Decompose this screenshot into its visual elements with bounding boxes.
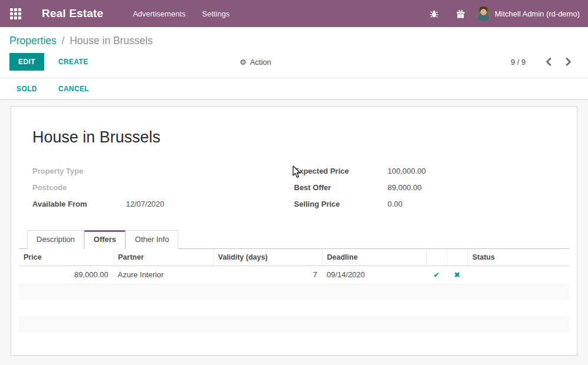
available-from-value: 12/07/2020 bbox=[126, 200, 164, 210]
menu-settings[interactable]: Settings bbox=[194, 0, 238, 27]
best-offer-value: 89,000.00 bbox=[388, 183, 422, 193]
control-buttons-row: EDIT CREATE ⚙ Action 9 / 9 bbox=[0, 53, 588, 78]
control-panel: Properties / House in Brussels EDIT CREA… bbox=[0, 27, 588, 78]
offer-status bbox=[467, 266, 569, 284]
field-property-type: Property Type bbox=[32, 167, 294, 177]
gift-icon[interactable] bbox=[447, 0, 474, 27]
user-menu[interactable]: Mitchell Admin (rd-demo) bbox=[474, 0, 588, 27]
field-group-left: Property Type Postcode Available From 12… bbox=[32, 167, 294, 216]
offer-partner: Azure Interior bbox=[113, 266, 213, 284]
apps-menu-icon[interactable] bbox=[0, 0, 31, 27]
user-avatar bbox=[476, 6, 491, 21]
form-sheet: House in Brussels Property Type Postcode… bbox=[11, 106, 577, 356]
empty-row bbox=[19, 283, 569, 300]
create-button[interactable]: CREATE bbox=[52, 54, 94, 70]
edit-button[interactable]: EDIT bbox=[9, 53, 44, 71]
grid-icon bbox=[10, 8, 21, 19]
offer-row[interactable]: 89,000.00 Azure Interior 7 09/14/2020 ✔ … bbox=[19, 266, 569, 284]
notebook: Description Offers Other Info Price Part… bbox=[19, 230, 569, 349]
chevron-left-icon bbox=[546, 58, 552, 66]
deadline-column-header[interactable]: Deadline bbox=[322, 249, 426, 266]
offers-table: Price Partner Validity (days) Deadline S… bbox=[19, 249, 569, 349]
accept-column-header bbox=[426, 249, 447, 266]
offers-header-row: Price Partner Validity (days) Deadline S… bbox=[19, 249, 569, 266]
validity-column-header[interactable]: Validity (days) bbox=[213, 249, 322, 266]
partner-column-header[interactable]: Partner bbox=[113, 249, 213, 266]
field-available-from: Available From 12/07/2020 bbox=[32, 200, 294, 210]
pager-next-button[interactable] bbox=[559, 55, 579, 68]
field-postcode: Postcode bbox=[32, 183, 294, 193]
user-name: Mitchell Admin (rd-demo) bbox=[495, 9, 580, 18]
menu-advertisements[interactable]: Advertisements bbox=[125, 0, 194, 27]
breadcrumb-separator: / bbox=[59, 35, 67, 47]
breadcrumb-current: House in Brussels bbox=[69, 35, 152, 47]
tab-description[interactable]: Description bbox=[27, 230, 84, 249]
action-menu-button[interactable]: ⚙ Action bbox=[240, 58, 271, 67]
breadcrumb-properties-link[interactable]: Properties bbox=[9, 35, 57, 47]
property-type-label: Property Type bbox=[32, 167, 126, 177]
tab-bar: Description Offers Other Info bbox=[19, 230, 569, 249]
gear-icon: ⚙ bbox=[240, 58, 247, 67]
selling-price-value: 0.00 bbox=[388, 200, 403, 210]
price-column-header[interactable]: Price bbox=[19, 249, 113, 266]
cancel-button[interactable]: CANCEL bbox=[51, 81, 96, 97]
chevron-right-icon bbox=[566, 58, 572, 66]
debug-bug-icon[interactable] bbox=[421, 0, 447, 27]
sold-button[interactable]: SOLD bbox=[9, 81, 44, 97]
field-groups: Property Type Postcode Available From 12… bbox=[32, 167, 556, 216]
accept-offer-check-icon[interactable]: ✔ bbox=[433, 271, 439, 279]
empty-row bbox=[19, 333, 569, 349]
postcode-label: Postcode bbox=[32, 183, 126, 193]
tab-offers[interactable]: Offers bbox=[84, 230, 125, 249]
field-best-offer: Best Offer 89,000.00 bbox=[294, 183, 556, 193]
content-area: House in Brussels Property Type Postcode… bbox=[0, 99, 588, 356]
refuse-offer-x-icon[interactable]: ✖ bbox=[454, 271, 460, 279]
main-menu: Advertisements Settings bbox=[125, 0, 238, 27]
navbar-right: Mitchell Admin (rd-demo) bbox=[421, 0, 588, 27]
empty-row bbox=[19, 316, 569, 333]
app-brand[interactable]: Real Estate bbox=[31, 7, 111, 20]
field-selling-price: Selling Price 0.00 bbox=[294, 200, 556, 210]
tab-other-info[interactable]: Other Info bbox=[125, 230, 178, 249]
record-title: House in Brussels bbox=[32, 128, 556, 147]
refuse-column-header bbox=[447, 249, 467, 266]
breadcrumb: Properties / House in Brussels bbox=[0, 27, 588, 53]
expected-price-value: 100,000.00 bbox=[388, 167, 426, 177]
pager-value: 9 / 9 bbox=[511, 58, 526, 67]
offer-validity: 7 bbox=[213, 266, 322, 284]
status-column-header[interactable]: Status bbox=[467, 249, 569, 266]
offer-price: 89,000.00 bbox=[19, 266, 113, 284]
action-label: Action bbox=[250, 58, 271, 67]
expected-price-label: Expected Price bbox=[294, 167, 388, 177]
field-group-right: Expected Price 100,000.00 Best Offer 89,… bbox=[294, 167, 556, 216]
selling-price-label: Selling Price bbox=[294, 200, 388, 210]
offer-deadline: 09/14/2020 bbox=[322, 266, 426, 284]
pager-previous-button[interactable] bbox=[539, 55, 559, 68]
pager: 9 / 9 bbox=[511, 55, 579, 68]
form-statusbar: SOLD CANCEL bbox=[0, 78, 588, 99]
empty-row bbox=[19, 300, 569, 316]
available-from-label: Available From bbox=[32, 200, 126, 210]
field-expected-price: Expected Price 100,000.00 bbox=[294, 167, 556, 177]
best-offer-label: Best Offer bbox=[294, 183, 388, 193]
top-navbar: Real Estate Advertisements Settings bbox=[0, 0, 588, 27]
